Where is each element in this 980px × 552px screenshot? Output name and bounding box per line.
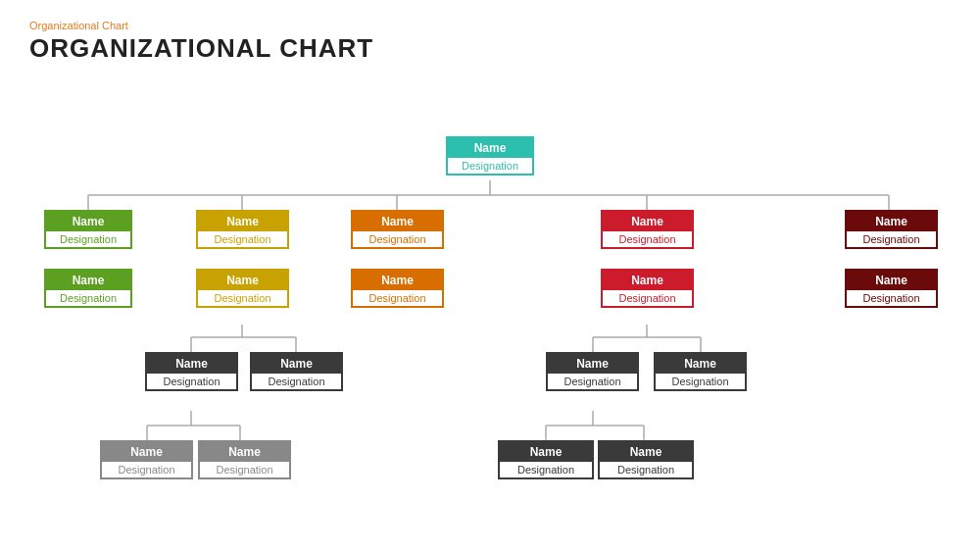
l1-orange-1-designation: Designation [353, 231, 442, 247]
l1-green-2-designation: Designation [46, 290, 130, 306]
l1-orange-2-node: Name Designation [351, 269, 444, 308]
l2-dark-4-designation: Designation [656, 374, 745, 389]
l3-dark-1-designation: Designation [500, 462, 592, 477]
l1-yellow-2-node: Name Designation [196, 269, 289, 308]
l1-yellow-2-designation: Designation [198, 290, 287, 306]
l1-dred-1-designation: Designation [847, 231, 936, 247]
l2-dark-2-designation: Designation [252, 374, 341, 389]
l2-dark-4-node: Name Designation [654, 352, 747, 391]
l1-yellow-1-designation: Designation [198, 231, 287, 247]
l2-dark-4-name: Name [656, 354, 745, 374]
l3-dark-1-node: Name Designation [498, 440, 594, 479]
l1-green-1-node: Name Designation [44, 210, 132, 249]
l1-green-2-name: Name [46, 271, 130, 290]
l2-dark-1-name: Name [147, 354, 236, 374]
l1-dred-2-name: Name [847, 271, 936, 290]
l1-green-2-node: Name Designation [44, 269, 132, 308]
l3-gray-1-designation: Designation [102, 462, 191, 477]
chart-wrapper: Name Designation Name Designation Name D… [29, 77, 951, 528]
l1-red-1-name: Name [603, 212, 692, 231]
l2-dark-3-designation: Designation [548, 374, 637, 389]
l3-gray-1-node: Name Designation [100, 440, 193, 479]
l1-green-1-designation: Designation [46, 231, 130, 247]
l2-dark-2-name: Name [252, 354, 341, 374]
l1-orange-1-name: Name [353, 212, 442, 231]
l1-red-1-node: Name Designation [601, 210, 694, 249]
l3-dark-2-node: Name Designation [598, 440, 694, 479]
l1-dred-1-name: Name [847, 212, 936, 231]
l1-red-2-designation: Designation [603, 290, 692, 306]
l2-dark-3-node: Name Designation [546, 352, 639, 391]
l3-gray-2-name: Name [200, 442, 289, 462]
l1-dred-2-designation: Designation [847, 290, 936, 306]
l1-red-2-name: Name [603, 271, 692, 290]
l3-dark-1-name: Name [500, 442, 592, 462]
l2-dark-1-designation: Designation [147, 374, 236, 389]
l1-orange-2-name: Name [353, 271, 442, 290]
l1-yellow-2-name: Name [198, 271, 287, 290]
main-title: ORGANIZATIONAL CHART [29, 33, 951, 64]
l2-dark-3-name: Name [548, 354, 637, 374]
l3-gray-2-node: Name Designation [198, 440, 291, 479]
l1-dred-1-node: Name Designation [845, 210, 938, 249]
l2-dark-2-node: Name Designation [250, 352, 343, 391]
l3-dark-2-designation: Designation [600, 462, 692, 477]
subtitle: Organizational Chart [29, 20, 951, 31]
l1-orange-1-node: Name Designation [351, 210, 444, 249]
l1-yellow-1-node: Name Designation [196, 210, 289, 249]
l1-dred-2-node: Name Designation [845, 269, 938, 308]
root-name: Name [448, 138, 532, 158]
l1-red-1-designation: Designation [603, 231, 692, 247]
l3-gray-1-name: Name [102, 442, 191, 462]
l3-gray-2-designation: Designation [200, 462, 289, 477]
root-node: Name Designation [446, 136, 534, 176]
l1-orange-2-designation: Designation [353, 290, 442, 306]
root-designation: Designation [448, 158, 532, 174]
l2-dark-1-node: Name Designation [145, 352, 238, 391]
l1-red-2-node: Name Designation [601, 269, 694, 308]
l1-yellow-1-name: Name [198, 212, 287, 231]
page: Organizational Chart ORGANIZATIONAL CHAR… [0, 0, 980, 552]
l3-dark-2-name: Name [600, 442, 692, 462]
l1-green-1-name: Name [46, 212, 130, 231]
